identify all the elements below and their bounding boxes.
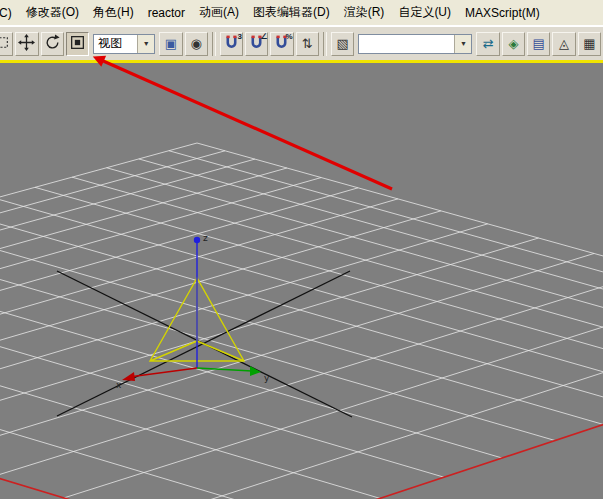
menu-item-partial[interactable]: (C) [0, 2, 19, 24]
spinner-snap-button[interactable]: ⇅ [296, 32, 319, 56]
named-selection-dropdown[interactable]: ▼ [358, 34, 472, 54]
svg-text:z: z [203, 233, 208, 243]
selection-region-icon [0, 34, 10, 54]
scale-icon [69, 34, 86, 54]
menu-item-rendering[interactable]: 渲染(R) [337, 0, 392, 25]
chevron-down-icon[interactable]: ▼ [137, 35, 154, 53]
main-toolbar: 视图 ▼ ▣ ◉ 3 ∠ % ⇅ [0, 26, 603, 60]
chevron-down-icon[interactable]: ▼ [454, 35, 471, 53]
curve-editor-icon: ◬ [559, 37, 569, 50]
angle-snap-badge: ∠ [260, 33, 267, 41]
toolbar-separator [212, 32, 216, 56]
coordinate-system-value: 视图 [94, 35, 137, 52]
menu-item-customize[interactable]: 自定义(U) [391, 0, 458, 25]
named-sets-icon: ▧ [336, 37, 348, 50]
coordinate-system-dropdown[interactable]: 视图 ▼ [93, 34, 155, 54]
max-application-window: (C) 修改器(O) 角色(H) reactor 动画(A) 图表编辑器(D) … [0, 0, 603, 499]
align-icon: ◈ [508, 37, 518, 50]
schematic-view-icon: ▦ [583, 37, 595, 50]
snap-3d-badge: 3 [238, 33, 242, 41]
menu-bar: (C) 修改器(O) 角色(H) reactor 动画(A) 图表编辑器(D) … [0, 0, 603, 26]
menu-item-maxscript[interactable]: MAXScript(M) [458, 2, 547, 24]
menu-item-character[interactable]: 角色(H) [86, 0, 141, 25]
svg-text:x: x [116, 380, 122, 390]
manipulate-icon: ◉ [190, 37, 201, 50]
use-center-icon: ▣ [165, 37, 177, 50]
angle-snap-button[interactable]: ∠ [245, 32, 268, 56]
percent-snap-badge: % [286, 33, 293, 41]
mirror-button[interactable]: ⇄ [476, 32, 499, 56]
rotate-button[interactable] [41, 32, 64, 56]
scale-button[interactable] [66, 32, 89, 56]
schematic-view-button[interactable]: ▦ [578, 32, 601, 56]
svg-text:y: y [264, 373, 270, 383]
rotate-icon [44, 34, 61, 54]
select-region-button[interactable] [0, 32, 13, 56]
use-center-button[interactable]: ▣ [159, 32, 182, 56]
menu-item-graph-editors[interactable]: 图表编辑器(D) [246, 0, 337, 25]
curve-editor-button[interactable]: ◬ [552, 32, 575, 56]
perspective-viewport[interactable]: zxy [0, 63, 603, 499]
mirror-icon: ⇄ [483, 37, 494, 50]
named-selection-sets-button[interactable]: ▧ [331, 32, 354, 56]
menu-item-reactor[interactable]: reactor [141, 2, 192, 24]
spinner-snap-icon: ⇅ [302, 37, 313, 50]
snap-toggle-3d-button[interactable]: 3 [220, 32, 243, 56]
menu-item-animation[interactable]: 动画(A) [192, 0, 246, 25]
select-manipulate-button[interactable]: ◉ [185, 32, 208, 56]
move-icon [18, 34, 35, 54]
viewport-canvas: zxy [0, 63, 603, 499]
layer-manager-button[interactable]: ▤ [527, 32, 550, 56]
toolbar-separator [323, 32, 327, 56]
move-button[interactable] [15, 32, 38, 56]
menu-item-modifiers[interactable]: 修改器(O) [19, 0, 86, 25]
layers-icon: ▤ [533, 37, 545, 50]
align-button[interactable]: ◈ [502, 32, 525, 56]
percent-snap-button[interactable]: % [270, 32, 293, 56]
